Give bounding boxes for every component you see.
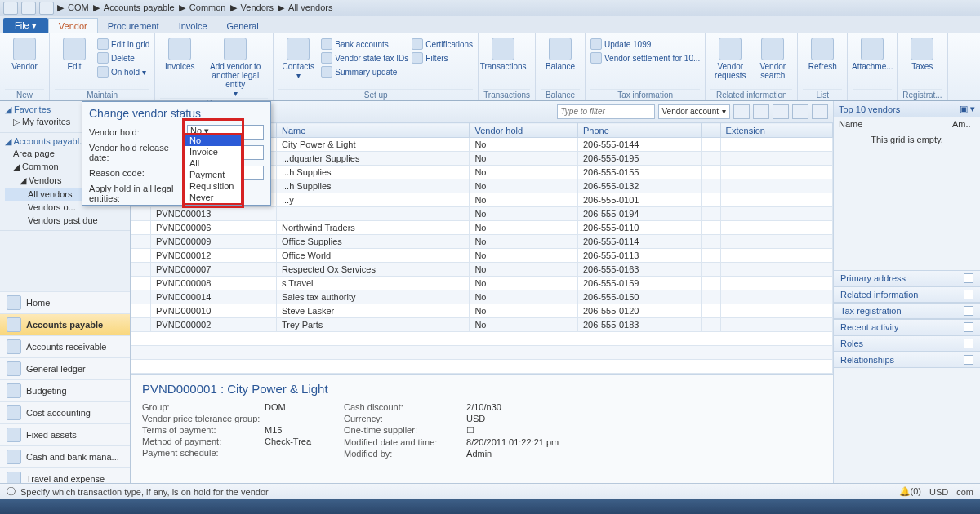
update-1099-button[interactable]: Update 1099 bbox=[590, 38, 700, 51]
table-row[interactable]: PVND000008s TravelNo206-555-0159 bbox=[131, 277, 833, 290]
module-icon bbox=[7, 339, 21, 354]
module-cash-and-bank-mana-[interactable]: Cash and bank mana... bbox=[0, 445, 130, 467]
group-transactions: Transactions bbox=[483, 89, 530, 100]
col-header[interactable]: Extension bbox=[720, 123, 813, 138]
nav-vendors-past-due[interactable]: Vendors past due bbox=[5, 214, 125, 227]
col-header[interactable] bbox=[813, 123, 832, 138]
col-header[interactable]: Vendor hold bbox=[470, 123, 578, 138]
contacts-icon bbox=[287, 38, 310, 60]
on-hold-button[interactable]: On hold▾ bbox=[97, 65, 149, 78]
tab-vendor[interactable]: Vendor bbox=[48, 18, 98, 33]
window-icon[interactable] bbox=[39, 2, 54, 15]
hold-option-no[interactable]: No bbox=[185, 135, 241, 146]
person-icon bbox=[719, 38, 742, 60]
fwd-button[interactable] bbox=[21, 2, 36, 15]
top-vendors-empty: This grid is empty. bbox=[834, 131, 980, 270]
module-fixed-assets[interactable]: Fixed assets bbox=[0, 423, 130, 445]
vendor-requests-button[interactable]: Vendor requests bbox=[710, 38, 750, 80]
table-row[interactable]: PVND000007Respected Ox ServicesNo206-555… bbox=[131, 263, 833, 277]
module-budgeting[interactable]: Budgeting bbox=[0, 379, 130, 401]
table-row[interactable]: PVND000006Northwind TradersNo206-555-011… bbox=[131, 221, 833, 235]
summary-update-button[interactable]: Summary update bbox=[321, 65, 408, 78]
state-tax-ids-button[interactable]: Vendor state tax IDs bbox=[321, 51, 408, 64]
grid-filter-button-2[interactable] bbox=[773, 104, 789, 119]
top-vendors-header[interactable]: Top 10 vendors▣ ▾ bbox=[834, 101, 980, 117]
ribbon: Vendor New Edit Edit in grid Delete On h… bbox=[0, 33, 980, 101]
group-maintain: Maintain bbox=[55, 89, 149, 100]
table-row[interactable]: PVND000002Trey PartsNo206-555-0183 bbox=[131, 318, 833, 332]
attachments-button[interactable]: Attachme... bbox=[853, 38, 892, 71]
module-accounts-payable[interactable]: Accounts payable bbox=[0, 313, 130, 335]
new-vendor-button[interactable]: Vendor bbox=[5, 38, 44, 71]
group-list: List bbox=[803, 89, 842, 100]
detail-field: Modified date and time:8/20/2011 01:22:2… bbox=[344, 437, 559, 447]
invoices-button[interactable]: Invoices bbox=[160, 38, 199, 71]
detail-field: Terms of payment:M15 bbox=[142, 425, 311, 435]
filter-field-dropdown[interactable]: Vendor account ▾ bbox=[658, 104, 731, 119]
go-button[interactable] bbox=[733, 104, 750, 119]
tab-procurement[interactable]: Procurement bbox=[98, 19, 169, 33]
detail-field: Currency:USD bbox=[344, 414, 559, 423]
col-amount: Am.. bbox=[947, 117, 980, 131]
notifications-icon[interactable]: 🔔(0) bbox=[899, 486, 921, 497]
filters-button[interactable]: Filters bbox=[412, 51, 473, 64]
bank-accounts-button[interactable]: Bank accounts bbox=[321, 38, 408, 51]
factbox-related-information[interactable]: Related information bbox=[834, 286, 980, 303]
table-row[interactable]: PVND000009Office SuppliesNo206-555-0114 bbox=[131, 235, 833, 249]
detail-field: One-time supplier:☐ bbox=[344, 425, 559, 436]
factbox-relationships[interactable]: Relationships bbox=[834, 352, 980, 368]
factbox-primary-address[interactable]: Primary address bbox=[834, 270, 980, 286]
balance-button[interactable]: Balance bbox=[541, 38, 580, 71]
table-row[interactable]: PVND000010Steve LaskerNo206-555-0120 bbox=[131, 304, 833, 318]
grid-filter-button-3[interactable] bbox=[792, 104, 808, 119]
tab-general[interactable]: General bbox=[217, 19, 269, 33]
edit-in-grid-button[interactable]: Edit in grid bbox=[97, 38, 149, 51]
certifications-button[interactable]: Certifications bbox=[412, 38, 473, 51]
factbox-roles[interactable]: Roles bbox=[834, 335, 980, 352]
table-row[interactable]: PVND000012Office WorldNo206-555-0113 bbox=[131, 249, 833, 263]
vendor-settlement-button[interactable]: Vendor settlement for 10... bbox=[590, 51, 700, 64]
hold-option-requisition[interactable]: Requisition bbox=[185, 180, 241, 192]
grid-filter-button-1[interactable] bbox=[753, 104, 769, 119]
factbox-recent-activity[interactable]: Recent activity bbox=[834, 319, 980, 335]
col-header[interactable]: Name bbox=[277, 123, 470, 138]
table-row[interactable]: PVND000014Sales tax authorityNo206-555-0… bbox=[131, 290, 833, 304]
hold-option-payment[interactable]: Payment bbox=[185, 169, 241, 180]
delete-button[interactable]: Delete bbox=[97, 51, 149, 64]
file-tab[interactable]: File ▾ bbox=[3, 18, 48, 33]
vendor-hold-options[interactable]: NoInvoiceAllPaymentRequisitionNever bbox=[184, 133, 243, 205]
breadcrumb[interactable]: ▶ COM ▶ Accounts payable ▶ Common ▶ Vend… bbox=[57, 2, 335, 13]
module-accounts-receivable[interactable]: Accounts receivable bbox=[0, 335, 130, 357]
add-vendor-entity-button[interactable]: Add vendor to another legal entity▾ bbox=[203, 38, 268, 98]
refresh-button[interactable]: Refresh bbox=[803, 38, 842, 71]
factbox-tax-registration[interactable]: Tax registration bbox=[834, 303, 980, 319]
module-icon bbox=[7, 450, 21, 464]
hold-option-invoice[interactable]: Invoice bbox=[185, 146, 241, 157]
col-header[interactable]: Phone bbox=[577, 123, 701, 138]
module-home[interactable]: Home bbox=[0, 291, 130, 313]
filter-icon bbox=[412, 52, 423, 64]
hold-option-never[interactable]: Never bbox=[185, 192, 241, 203]
module-icon bbox=[7, 428, 21, 442]
detail-field: Modified by:Admin bbox=[344, 449, 559, 459]
group-reg: Registrat... bbox=[902, 89, 942, 100]
module-general-ledger[interactable]: General ledger bbox=[0, 357, 130, 379]
hold-option-all[interactable]: All bbox=[185, 157, 241, 169]
contacts-button[interactable]: Contacts▾ bbox=[278, 38, 318, 80]
filter-input[interactable] bbox=[557, 104, 655, 119]
col-header[interactable] bbox=[701, 123, 720, 138]
group-tax: Tax information bbox=[590, 89, 700, 100]
factbox-pane: Top 10 vendors▣ ▾ Name Am.. This grid is… bbox=[833, 101, 980, 490]
taxes-button[interactable]: Taxes bbox=[902, 38, 942, 71]
col-name: Name bbox=[834, 117, 947, 131]
back-button[interactable] bbox=[3, 2, 18, 15]
edit-button[interactable]: Edit bbox=[55, 38, 94, 71]
vendor-search-button[interactable]: Vendor search bbox=[753, 38, 792, 80]
tab-invoice[interactable]: Invoice bbox=[169, 19, 217, 33]
grid-filter-button-4[interactable] bbox=[812, 104, 828, 119]
table-row[interactable]: PVND000013No206-555-0194 bbox=[131, 207, 833, 221]
module-cost-accounting[interactable]: Cost accounting bbox=[0, 401, 130, 423]
titlebar: ▶ COM ▶ Accounts payable ▶ Common ▶ Vend… bbox=[0, 0, 980, 16]
lbl-reason-code: Reason code: bbox=[89, 168, 187, 178]
transactions-button[interactable]: Transactions bbox=[483, 38, 523, 71]
